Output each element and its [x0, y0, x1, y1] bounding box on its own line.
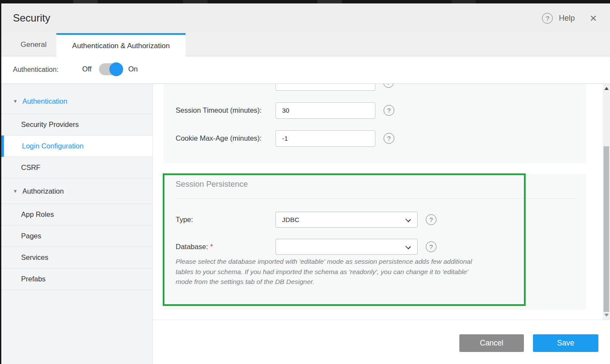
- help-icon[interactable]: ?: [542, 13, 553, 24]
- clipped-top-input[interactable]: [276, 84, 375, 91]
- page-title: Security: [13, 12, 50, 24]
- sidebar-item-label: Login Configuration: [22, 142, 84, 150]
- save-button[interactable]: Save: [533, 334, 598, 352]
- section-divider: [176, 198, 576, 199]
- help-button[interactable]: Help: [559, 14, 575, 23]
- screen: Security ? Help ✕ General Authentication…: [0, 0, 610, 364]
- authentication-toggle-row: Authentication: Off On: [1, 56, 610, 84]
- database-label-text: Database:: [176, 243, 208, 250]
- scroll-down-arrow-icon[interactable]: [604, 314, 609, 317]
- security-dialog: Security ? Help ✕ General Authentication…: [1, 3, 610, 364]
- scroll-up-arrow-icon[interactable]: [604, 87, 609, 90]
- sidebar-item-label: Pages: [21, 232, 41, 240]
- sidebar-section-label: Authorization: [22, 187, 64, 195]
- sidebar-item-label: App Roles: [21, 210, 54, 219]
- help-icon[interactable]: ?: [426, 241, 437, 252]
- collapse-triangle-icon: ▼: [13, 99, 18, 104]
- sidebar-item-label: Services: [21, 253, 48, 262]
- required-asterisk: *: [210, 243, 213, 250]
- sidebar-item-login-configuration[interactable]: Login Configuration: [1, 136, 152, 157]
- sidebar-item-pages[interactable]: Pages: [1, 225, 152, 247]
- sidebar-item-label: CSRF: [21, 163, 40, 172]
- authentication-toggle[interactable]: [99, 63, 122, 75]
- close-icon[interactable]: ✕: [588, 12, 599, 25]
- authentication-toggle-label: Authentication:: [13, 66, 59, 74]
- toggle-off-label: Off: [82, 65, 92, 73]
- database-select[interactable]: [276, 239, 418, 255]
- sidebar: ▼ Authentication Security Providers Logi…: [1, 84, 153, 364]
- sidebar-item-label: Security Providers: [21, 120, 79, 129]
- sidebar-section-label: Authentication: [22, 97, 68, 105]
- sidebar-item-csrf[interactable]: CSRF: [1, 157, 152, 179]
- sidebar-section-authentication[interactable]: ▼ Authentication: [1, 89, 152, 114]
- help-icon[interactable]: ?: [426, 214, 437, 225]
- sidebar-item-app-roles[interactable]: App Roles: [1, 204, 152, 225]
- database-help-note: Please select the database imported with…: [176, 256, 483, 287]
- sidebar-item-label: Prefabs: [21, 275, 46, 283]
- header-actions: ? Help ✕: [542, 3, 599, 33]
- session-persistence-title: Session Persistence: [176, 179, 248, 189]
- database-label: Database:*: [176, 243, 213, 251]
- main-area: ▼ Authentication Security Providers Logi…: [1, 84, 610, 364]
- help-icon[interactable]: ?: [384, 133, 394, 144]
- collapse-triangle-icon: ▼: [13, 188, 18, 194]
- chevron-down-icon: [406, 217, 411, 222]
- toggle-on-label: On: [128, 65, 138, 73]
- session-timeout-label: Session Timeout (minutes):: [176, 106, 262, 114]
- sidebar-item-prefabs[interactable]: Prefabs: [1, 268, 152, 290]
- vertical-scrollbar: [603, 84, 610, 320]
- help-icon[interactable]: ?: [384, 105, 394, 116]
- content-area: ? Session Timeout (minutes): ? Cookie Ma…: [153, 84, 610, 364]
- session-timeout-input[interactable]: [276, 102, 375, 119]
- type-label: Type:: [176, 216, 193, 224]
- dialog-header: Security ? Help ✕: [1, 3, 610, 33]
- cookie-max-age-input[interactable]: [276, 130, 375, 147]
- cancel-button[interactable]: Cancel: [459, 334, 524, 352]
- chevron-down-icon: [406, 244, 411, 250]
- scrollbar-thumb[interactable]: [604, 146, 609, 312]
- dialog-footer: Cancel Save: [153, 320, 610, 364]
- scrollable-form: ? Session Timeout (minutes): ? Cookie Ma…: [153, 84, 610, 320]
- sidebar-item-services[interactable]: Services: [1, 247, 152, 268]
- type-select-value: JDBC: [282, 216, 299, 224]
- tab-authentication-authorization[interactable]: Authentication & Authorization: [56, 33, 186, 57]
- type-select[interactable]: JDBC: [276, 212, 418, 228]
- cookie-max-age-label: Cookie Max-Age (minutes):: [176, 134, 262, 142]
- tab-general[interactable]: General: [11, 33, 56, 56]
- login-config-panel: [164, 84, 586, 163]
- toggle-knob: [109, 62, 123, 76]
- sidebar-section-authorization[interactable]: ▼ Authorization: [1, 179, 152, 204]
- background-app-strip: [0, 0, 610, 3]
- tab-bar: General Authentication & Authorization: [1, 33, 610, 56]
- sidebar-item-security-providers[interactable]: Security Providers: [1, 114, 152, 136]
